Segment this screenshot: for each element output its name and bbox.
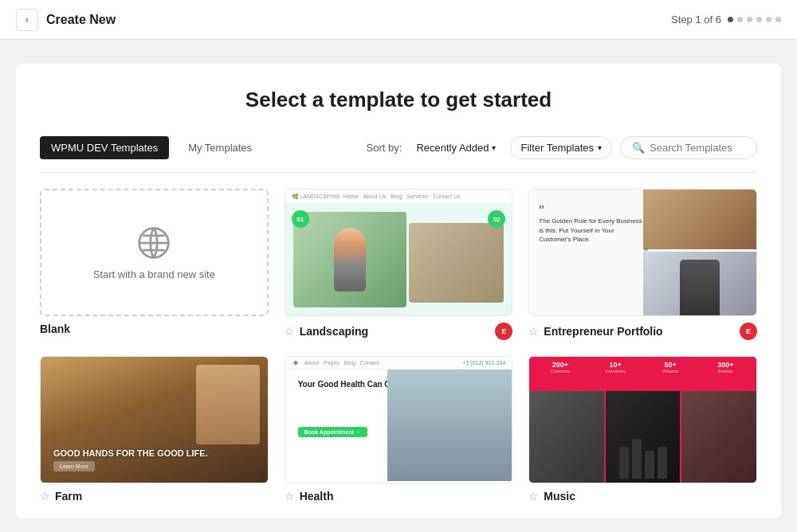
toolbar: WPMU DEV Templates My Templates Sort by:… (40, 136, 757, 173)
ls-nav-bar: 🌿 LANDSCAPING Home About Us Blog Service… (285, 190, 512, 204)
dot-2 (737, 17, 743, 22)
tab-my-templates[interactable]: My Templates (177, 136, 263, 159)
favorite-icon-music[interactable]: ☆ (528, 490, 539, 503)
favorite-icon[interactable]: ☆ (285, 325, 295, 338)
music-images (529, 391, 756, 483)
stat-events: 300+ Events (699, 361, 752, 385)
elementor-badge-ent: E (740, 323, 757, 340)
person-figure-bot (680, 260, 720, 315)
app-header: ‹ Create New Step 1 of 6 (0, 0, 797, 40)
template-card-entrepreneur[interactable]: " The Golden Rule for Every Business is … (528, 189, 757, 340)
ls-image-left (293, 212, 406, 307)
dot-6 (775, 17, 781, 22)
step-dots (728, 17, 781, 22)
health-logo: ✦ (292, 358, 300, 369)
band-person-1 (619, 447, 629, 479)
band-silhouette (619, 391, 667, 483)
person-figure (334, 228, 366, 291)
filter-label: Filter Templates (520, 142, 594, 154)
template-card-health[interactable]: ✦ About Pages Blog Contact +1 (012) 911-… (285, 356, 513, 503)
band-person-3 (645, 451, 654, 479)
template-card-blank[interactable]: Start with a brand new site Blank (40, 189, 269, 340)
ls-logo: 🌿 LANDSCAPING (292, 194, 340, 200)
filter-chevron-icon: ▾ (598, 143, 602, 152)
health-phone: +1 (012) 911-234 (462, 360, 505, 366)
farm-cta-btn: Learn More (53, 461, 95, 471)
ent-text: " The Golden Rule for Every Business is … (539, 205, 648, 261)
main-content: Select a template to get started WPMU DE… (0, 40, 797, 532)
template-info-entrepreneur: ☆ Entrepreneur Portfolio E (528, 323, 757, 340)
template-name-landscaping: Landscaping (300, 325, 491, 338)
farm-hero-text: GOOD HANDS FOR THE GOOD LIFE. (53, 448, 208, 459)
tab-wpmu-dev[interactable]: WPMU DEV Templates (40, 136, 169, 159)
sort-label: Sort by: (367, 142, 402, 154)
dot-4 (756, 17, 762, 22)
ent-image-bot (643, 252, 756, 315)
person-bot (643, 252, 756, 315)
dot-5 (766, 17, 771, 22)
sort-value: Recently Added (416, 142, 489, 154)
blank-sub-label: Start with a brand new site (93, 268, 215, 280)
band-person-2 (632, 439, 642, 479)
template-name-health: Health (300, 490, 513, 503)
favorite-icon-health[interactable]: ☆ (285, 490, 295, 503)
dot-1 (728, 17, 733, 22)
ls-badge-01: 01 (292, 210, 309, 228)
quote-mark: " (539, 205, 648, 217)
ls-image-right (409, 223, 505, 303)
music-img-1 (529, 391, 604, 483)
music-stats: 200+ Concerts 10+ Countries 50+ Albums (529, 357, 756, 389)
template-name-music: Music (544, 490, 757, 503)
template-thumb-health: ✦ About Pages Blog Contact +1 (012) 911-… (285, 356, 513, 483)
back-button[interactable]: ‹ (16, 9, 38, 31)
quote-text: The Golden Rule for Every Business is th… (539, 217, 648, 244)
search-icon: 🔍 (632, 142, 645, 154)
template-card-landscaping[interactable]: 🌿 LANDSCAPING Home About Us Blog Service… (285, 189, 513, 340)
wordpress-icon (136, 225, 171, 260)
health-cta: Book Appointment → (298, 427, 367, 437)
template-card-music[interactable]: 200+ Concerts 10+ Countries 50+ Albums (528, 356, 757, 503)
templates-grid: Start with a brand new site Blank 🌿 LAND… (40, 189, 757, 503)
favorite-icon-farm[interactable]: ☆ (40, 490, 50, 503)
step-label: Step 1 of 6 (671, 14, 721, 25)
person-top (643, 190, 756, 249)
sort-dropdown[interactable]: Recently Added ▾ (410, 138, 502, 158)
template-info-health: ☆ Health (285, 490, 513, 503)
template-info-landscaping: ☆ Landscaping E (285, 323, 513, 340)
close-quote: " (539, 245, 648, 261)
ent-image-top (643, 190, 756, 249)
ls-nav-items: Home About Us Blog Services Contact Us (344, 194, 461, 199)
favorite-icon-ent[interactable]: ☆ (528, 325, 539, 338)
farm-people-img (196, 365, 260, 444)
template-info-blank: Blank (40, 323, 269, 335)
nurse-figure (387, 370, 512, 481)
page-title: Create New (46, 13, 116, 27)
dot-3 (747, 17, 752, 22)
template-thumb-farm: GOOD HANDS FOR THE GOOD LIFE. Learn More (40, 356, 269, 483)
elementor-badge: E (495, 323, 512, 340)
template-name-farm: Farm (55, 490, 269, 503)
health-nav: ✦ About Pages Blog Contact +1 (012) 911-… (285, 357, 512, 370)
music-img-2 (606, 391, 681, 483)
template-thumb-music: 200+ Concerts 10+ Countries 50+ Albums (528, 356, 757, 483)
template-card-farm[interactable]: GOOD HANDS FOR THE GOOD LIFE. Learn More… (40, 356, 269, 503)
filter-button[interactable]: Filter Templates ▾ (510, 136, 612, 159)
band-person-4 (658, 447, 667, 479)
section-title: Select a template to get started (40, 88, 757, 112)
template-info-farm: ☆ Farm (40, 490, 269, 503)
stat-concerts: 200+ Concerts (533, 361, 587, 385)
header-right: Step 1 of 6 (671, 14, 781, 25)
landscaping-preview: 🌿 LANDSCAPING Home About Us Blog Service… (285, 190, 512, 315)
health-person-img (387, 370, 512, 481)
template-thumb-blank: Start with a brand new site (40, 189, 269, 316)
music-img-3 (681, 391, 756, 483)
template-thumb-landscaping: 🌿 LANDSCAPING Home About Us Blog Service… (285, 189, 513, 316)
content-card: Select a template to get started WPMU DE… (16, 64, 781, 518)
search-box[interactable]: 🔍 (620, 136, 757, 159)
template-thumb-entrepreneur: " The Golden Rule for Every Business is … (528, 189, 757, 316)
chevron-down-icon: ▾ (492, 143, 496, 152)
stat-countries: 10+ Countries (588, 361, 642, 385)
stat-albums: 50+ Albums (644, 361, 697, 385)
search-input[interactable] (650, 142, 745, 154)
header-left: ‹ Create New (16, 9, 116, 31)
